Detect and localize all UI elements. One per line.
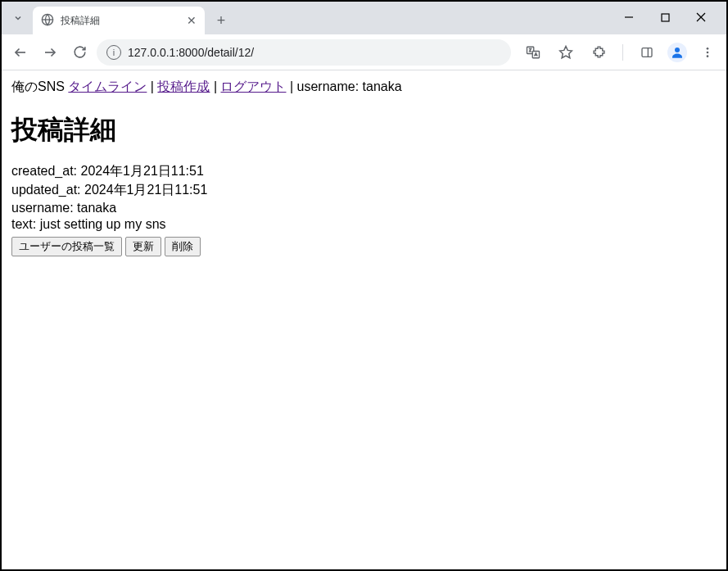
updated-at-value: 2024年1月21日11:51 [84, 183, 207, 197]
user-posts-button[interactable]: ユーザーの投稿一覧 [11, 237, 122, 256]
action-buttons: ユーザーの投稿一覧 更新 削除 [11, 237, 717, 256]
translate-icon[interactable] [521, 40, 545, 65]
post-detail: created_at: 2024年1月21日11:51 updated_at: … [11, 163, 717, 232]
nav-sep: | [290, 79, 297, 93]
back-button[interactable] [8, 40, 33, 65]
text-value: just setting up my sns [40, 217, 166, 231]
svg-point-13 [707, 48, 709, 50]
updated-at-label: updated_at: [11, 183, 81, 197]
browser-toolbar: i 127.0.0.1:8000/detail/12/ [2, 34, 726, 70]
close-tab-icon[interactable]: ✕ [187, 14, 197, 27]
svg-marker-9 [560, 46, 572, 57]
profile-avatar[interactable] [667, 43, 687, 62]
created-at-value: 2024年1月21日11:51 [81, 164, 204, 178]
browser-titlebar: 投稿詳細 ✕ + [2, 2, 726, 34]
text-label: text: [11, 217, 36, 231]
nav-link-timeline[interactable]: タイムライン [68, 79, 147, 93]
username-value: tanaka [77, 201, 116, 215]
nav-username-label: username: [297, 79, 359, 93]
brand-text: 俺のSNS [11, 79, 65, 93]
nav-username: tanaka [363, 79, 402, 93]
tab-title: 投稿詳細 [61, 14, 100, 28]
forward-button[interactable] [38, 40, 62, 65]
address-bar[interactable]: i 127.0.0.1:8000/detail/12/ [97, 39, 511, 66]
close-window-button[interactable] [690, 11, 712, 25]
maximize-button[interactable] [654, 11, 676, 25]
update-button[interactable]: 更新 [125, 237, 161, 256]
bookmark-star-icon[interactable] [554, 40, 578, 65]
svg-point-14 [707, 51, 709, 53]
window-controls [618, 2, 721, 34]
sidepanel-icon[interactable] [635, 40, 659, 65]
svg-rect-10 [642, 48, 652, 57]
tab-search-dropdown[interactable] [8, 8, 28, 28]
page-content: 俺のSNS タイムライン | 投稿作成 | ログアウト | username: … [2, 70, 726, 265]
page-heading: 投稿詳細 [11, 112, 717, 148]
svg-point-12 [675, 48, 680, 52]
site-nav: 俺のSNS タイムライン | 投稿作成 | ログアウト | username: … [11, 79, 717, 96]
menu-dots-icon[interactable] [695, 40, 720, 65]
nav-link-logout[interactable]: ログアウト [220, 79, 286, 93]
delete-button[interactable]: 削除 [165, 237, 201, 256]
browser-tab[interactable]: 投稿詳細 ✕ [33, 7, 205, 34]
svg-point-15 [707, 55, 709, 57]
globe-icon [41, 13, 54, 29]
reload-button[interactable] [67, 40, 92, 65]
extensions-icon[interactable] [586, 40, 611, 65]
created-at-label: created_at: [11, 164, 77, 178]
minimize-button[interactable] [618, 11, 640, 25]
nav-link-new-post[interactable]: 投稿作成 [157, 79, 210, 93]
username-label: username: [11, 201, 74, 215]
url-text: 127.0.0.1:8000/detail/12/ [128, 46, 254, 59]
toolbar-divider [622, 44, 623, 61]
site-info-icon[interactable]: i [106, 45, 121, 60]
new-tab-button[interactable]: + [210, 9, 233, 32]
svg-rect-2 [662, 14, 669, 21]
